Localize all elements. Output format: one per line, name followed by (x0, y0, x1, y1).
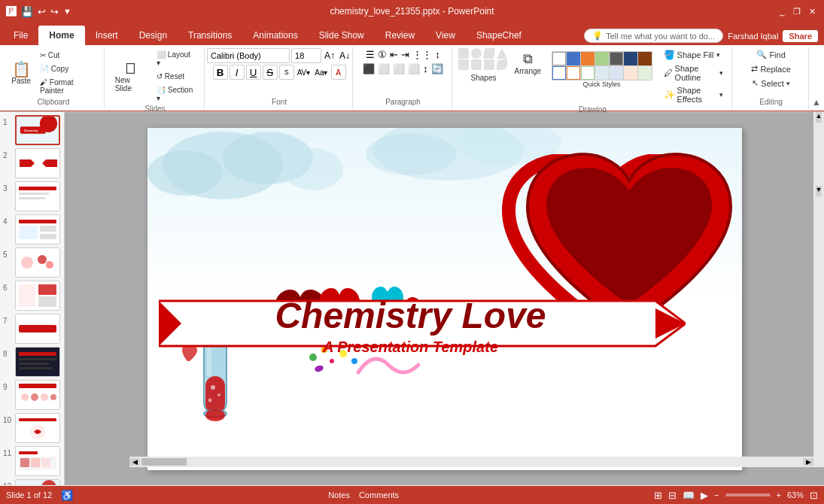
ribbon-collapse[interactable]: ▲ (812, 47, 821, 109)
format-painter-button[interactable]: 🖌 Format Painter (36, 76, 99, 97)
paste-button[interactable]: 📋 Paste (8, 59, 35, 88)
slide-12-thumbnail[interactable] (15, 479, 60, 485)
shape-effects-dropdown[interactable]: ▾ (719, 91, 723, 99)
bold-button[interactable]: B (213, 65, 228, 80)
scrollbar-up-button[interactable]: ▲ (816, 112, 822, 123)
slide-thumb-4[interactable]: 4 (3, 214, 61, 244)
shape-fill-dropdown[interactable]: ▾ (716, 51, 720, 59)
slide-thumb-1[interactable]: 1 Chemistry (3, 115, 61, 145)
font-family-input[interactable] (207, 48, 290, 63)
tab-animations[interactable]: Animations (242, 26, 308, 45)
slide-sorter-button[interactable]: ⊟ (668, 490, 677, 501)
tab-transitions[interactable]: Transitions (178, 26, 242, 45)
align-right-button[interactable]: ⬜ (392, 62, 406, 75)
slide-9-thumbnail[interactable] (15, 380, 60, 410)
share-button[interactable]: Share (783, 30, 818, 42)
customize-icon[interactable]: ▼ (63, 7, 71, 16)
font-color-button[interactable]: A (331, 65, 346, 80)
decrease-font-button[interactable]: A↓ (338, 50, 351, 62)
fit-slide-button[interactable]: ⊡ (810, 490, 818, 501)
tell-me-box[interactable]: 💡 Tell me what you want to do... (584, 29, 723, 43)
restore-button[interactable]: ❐ (791, 5, 803, 17)
shadow-button[interactable]: S (279, 65, 294, 80)
undo-icon[interactable]: ↩ (38, 6, 46, 17)
shape-effects-button[interactable]: ✨ Shape Effects ▾ (660, 84, 728, 105)
char-spacing-button[interactable]: AV▾ (296, 68, 312, 77)
tab-design[interactable]: Design (129, 26, 178, 45)
cut-button[interactable]: ✂ Cut (36, 49, 99, 62)
slide-thumb-6[interactable]: 6 (3, 281, 61, 311)
scroll-bar-h-thumb[interactable] (141, 458, 187, 466)
columns-button[interactable]: ⋮⋮ (412, 48, 433, 61)
layout-button[interactable]: ⬜ Layout ▾ (153, 48, 199, 69)
arrange-button[interactable]: ⧉ Arrange (512, 48, 544, 78)
zoom-out-button[interactable]: − (714, 490, 719, 499)
accessibility-icon[interactable]: ♿ (61, 490, 73, 501)
slide-thumb-9[interactable]: 9 (3, 380, 61, 410)
slide-3-thumbnail[interactable] (15, 181, 60, 211)
tab-home[interactable]: Home (38, 26, 84, 45)
slide-thumb-7[interactable]: 7 (3, 314, 61, 344)
slide-thumb-3[interactable]: 3 (3, 181, 61, 211)
bullets-button[interactable]: ☰ (365, 48, 376, 61)
slide-1-thumbnail[interactable]: Chemistry (15, 115, 60, 145)
tab-review[interactable]: Review (375, 26, 425, 45)
normal-view-button[interactable]: ⊞ (654, 490, 662, 501)
slide-7-thumbnail[interactable] (15, 314, 60, 344)
underline-button[interactable]: U (246, 65, 261, 80)
text-case-button[interactable]: Aa▾ (313, 68, 329, 77)
close-button[interactable]: ✕ (806, 5, 818, 17)
bottom-scrollbar[interactable]: ◀ ▶ (129, 457, 813, 467)
shapes-button[interactable]: Shapes (467, 71, 500, 84)
zoom-slider[interactable] (725, 493, 771, 496)
shape-fill-button[interactable]: 🪣 Shape Fill ▾ (660, 48, 728, 62)
right-scrollbar[interactable]: ▲ ▼ (813, 112, 824, 467)
zoom-level[interactable]: 63% (787, 490, 804, 499)
shape-outline-button[interactable]: 🖊 Shape Outline ▾ (660, 62, 728, 83)
tab-insert[interactable]: Insert (85, 26, 129, 45)
slide-thumb-5[interactable]: 5 (3, 247, 61, 278)
font-size-input[interactable] (291, 48, 321, 63)
reset-button[interactable]: ↺ Reset (153, 70, 199, 83)
slide-8-thumbnail[interactable] (15, 347, 60, 377)
tab-slideshow[interactable]: Slide Show (309, 26, 375, 45)
decrease-indent-button[interactable]: ⇤ (389, 48, 399, 61)
slide-11-thumbnail[interactable] (15, 446, 60, 476)
replace-button[interactable]: ⇄ Replace (747, 62, 794, 75)
save-icon[interactable]: 💾 (21, 6, 33, 17)
scrollbar-down-button[interactable]: ▼ (816, 186, 822, 196)
scroll-left-button[interactable]: ◀ (129, 458, 140, 466)
tab-view[interactable]: View (425, 26, 466, 45)
quick-styles-button[interactable]: Quick Styles (547, 48, 657, 91)
tab-shapechef[interactable]: ShapeChef (466, 26, 532, 45)
slide-thumb-8[interactable]: 8 (3, 347, 61, 377)
slide-thumb-2[interactable]: 2 (3, 148, 61, 178)
find-button[interactable]: 🔍 Find (753, 48, 789, 61)
slide-thumb-10[interactable]: 10 (3, 413, 61, 443)
slide-thumb-11[interactable]: 11 (3, 446, 61, 476)
select-dropdown[interactable]: ▾ (786, 80, 790, 87)
strikethrough-button[interactable]: S (263, 65, 278, 80)
minimize-button[interactable]: ⎯ (776, 5, 788, 17)
align-center-button[interactable]: ⬜ (377, 62, 391, 75)
slide-thumb-12[interactable]: 12 (3, 479, 61, 485)
new-slide-button[interactable]: 🗌 New Slide (111, 58, 151, 96)
increase-font-button[interactable]: A↑ (323, 50, 336, 62)
section-button[interactable]: 📑 Section ▾ (153, 83, 199, 105)
numbering-button[interactable]: ① (377, 48, 388, 61)
notes-button[interactable]: Notes (328, 490, 350, 499)
align-left-button[interactable]: ⬛ (362, 62, 376, 75)
slide-canvas[interactable]: Chemistry Love A Presentation Template (147, 128, 742, 470)
shapes-palette[interactable] (458, 48, 509, 70)
slide-6-thumbnail[interactable] (15, 281, 60, 311)
slide-5-thumbnail[interactable] (15, 247, 60, 278)
select-button[interactable]: ↖ Select ▾ (748, 77, 794, 90)
text-direction-button[interactable]: ↕ (434, 48, 441, 61)
shape-outline-dropdown[interactable]: ▾ (719, 69, 723, 77)
scroll-right-button[interactable]: ▶ (803, 458, 813, 466)
slideshow-button[interactable]: ▶ (701, 490, 708, 501)
zoom-in-button[interactable]: + (777, 490, 781, 499)
italic-button[interactable]: I (230, 65, 245, 80)
tab-file[interactable]: File (3, 26, 38, 45)
increase-indent-button[interactable]: ⇥ (400, 48, 410, 61)
